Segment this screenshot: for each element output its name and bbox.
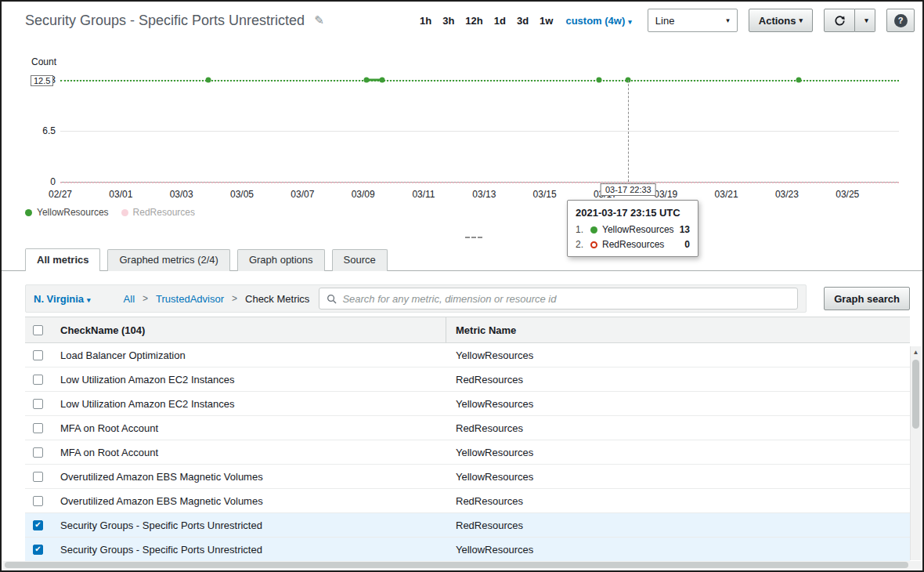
time-range-1w[interactable]: 1w xyxy=(540,15,553,27)
x-axis-tick: 03/23 xyxy=(775,189,799,200)
toolbar-bar: N. Virginia▾ All>TrustedAdvisor>Check Me… xyxy=(25,284,807,313)
table-row[interactable]: Low Utilization Amazon EC2 InstancesYell… xyxy=(25,392,910,416)
help-button[interactable]: ? xyxy=(886,9,915,32)
crosshair-line xyxy=(628,80,629,182)
cloudwatch-metrics-window: Security Groups - Specific Ports Unrestr… xyxy=(0,0,924,572)
actions-button[interactable]: Actions▾ xyxy=(749,9,813,32)
y-axis-title: Count xyxy=(31,56,56,67)
y-axis-tick: 6.5 xyxy=(24,125,56,136)
table-row[interactable]: ✔Security Groups - Specific Ports Unrest… xyxy=(25,513,910,538)
panel-resize-handle[interactable] xyxy=(465,237,482,238)
x-axis-tick: 03/11 xyxy=(412,189,435,200)
vertical-scrollbar-thumb[interactable] xyxy=(912,360,919,429)
column-header-metric-name: Metric Name xyxy=(446,317,910,342)
legend-item-yellowresources[interactable]: YellowResources xyxy=(25,207,109,218)
tab-source[interactable]: Source xyxy=(332,249,388,271)
tooltip-rank: 1. xyxy=(576,224,586,235)
row-checkbox[interactable] xyxy=(33,447,43,458)
cell-metric-name: RedResources xyxy=(446,422,910,434)
table-body: Load Balancer OptimizationYellowResource… xyxy=(25,343,910,562)
table-row[interactable]: Overutilized Amazon EBS Magnetic Volumes… xyxy=(25,465,910,489)
cell-metric-name: YellowResources xyxy=(446,398,910,410)
tooltip-timestamp: 2021-03-17 23:15 UTC xyxy=(576,207,690,219)
chart-type-select[interactable]: Line ▾ xyxy=(648,9,738,32)
breadcrumb-all[interactable]: All xyxy=(124,293,135,305)
time-range-3d[interactable]: 3d xyxy=(517,15,529,27)
custom-range-link[interactable]: custom (4w)▾ xyxy=(565,15,631,27)
table-row[interactable]: ✔Security Groups - Specific Ports Unrest… xyxy=(25,538,910,562)
table-row[interactable]: Load Balancer OptimizationYellowResource… xyxy=(25,343,910,367)
chevron-down-icon: ▾ xyxy=(864,16,868,24)
legend-item-redresources[interactable]: RedResources xyxy=(121,207,195,218)
cell-metric-name: YellowResources xyxy=(446,471,910,483)
data-point-marker[interactable] xyxy=(379,78,384,83)
data-point-marker[interactable] xyxy=(796,78,802,83)
refresh-options-button[interactable]: ▾ xyxy=(855,9,875,32)
metrics-panel: N. Virginia▾ All>TrustedAdvisor>Check Me… xyxy=(2,270,922,561)
tooltip-rank: 2. xyxy=(576,239,586,250)
time-range-1d[interactable]: 1d xyxy=(494,15,506,27)
x-axis-tick: 03/07 xyxy=(291,189,314,200)
region-label: N. Virginia xyxy=(34,293,84,305)
row-checkbox[interactable] xyxy=(33,350,43,360)
refresh-button[interactable] xyxy=(824,9,855,32)
legend-label: YellowResources xyxy=(37,207,109,218)
row-check-cell xyxy=(25,472,60,482)
data-point-marker[interactable] xyxy=(363,78,369,83)
chart-plot[interactable]: 136.5002/2703/0103/0303/0503/0703/0903/1… xyxy=(60,80,899,182)
tab-graph-options[interactable]: Graph options xyxy=(237,249,325,271)
scroll-up-arrow-icon[interactable]: ▲ xyxy=(911,346,921,358)
vertical-scrollbar[interactable]: ▲ xyxy=(910,346,921,560)
metric-search-input[interactable] xyxy=(342,293,790,305)
cell-metric-name: RedResources xyxy=(446,520,910,531)
table-row[interactable]: Overutilized Amazon EBS Magnetic Volumes… xyxy=(25,489,910,513)
cell-check-name: Overutilized Amazon EBS Magnetic Volumes xyxy=(60,471,446,483)
row-checkbox[interactable]: ✔ xyxy=(33,520,43,530)
time-range-12h[interactable]: 12h xyxy=(465,15,482,27)
breadcrumb-trustedadvisor[interactable]: TrustedAdvisor xyxy=(156,293,224,305)
table-row[interactable]: Low Utilization Amazon EC2 InstancesRedR… xyxy=(25,367,910,392)
row-checkbox[interactable] xyxy=(33,496,43,506)
crosshair-y-label: 12.5 xyxy=(31,75,53,86)
tooltip-series-value: 0 xyxy=(684,239,690,250)
row-checkbox[interactable] xyxy=(33,375,43,385)
row-checkbox[interactable]: ✔ xyxy=(33,545,43,555)
time-range-1h[interactable]: 1h xyxy=(420,15,431,27)
row-check-cell xyxy=(25,423,60,433)
edit-title-icon[interactable]: ✎ xyxy=(314,13,324,27)
region-selector[interactable]: N. Virginia▾ xyxy=(34,293,91,305)
legend-label: RedResources xyxy=(133,207,195,218)
data-point-marker[interactable] xyxy=(597,78,602,83)
chevron-down-icon: ▾ xyxy=(726,16,730,24)
select-all-checkbox[interactable] xyxy=(33,325,43,335)
refresh-icon xyxy=(834,15,846,27)
row-check-cell xyxy=(25,375,60,385)
cell-check-name: Load Balancer Optimization xyxy=(60,349,446,361)
time-range-3h[interactable]: 3h xyxy=(442,15,454,27)
chart-section: Count 136.5002/2703/0103/0303/0503/0703/… xyxy=(2,39,922,249)
cell-metric-name: YellowResources xyxy=(446,447,910,458)
horizontal-scrollbar-thumb[interactable] xyxy=(5,562,908,568)
legend-dot-icon xyxy=(25,209,32,216)
row-check-cell xyxy=(25,496,60,506)
series-line-yellowresources xyxy=(60,80,899,81)
table-row[interactable]: MFA on Root AccountRedResources xyxy=(25,416,910,440)
row-checkbox[interactable] xyxy=(33,472,43,482)
time-range-group: 1h3h12h1d3d1w xyxy=(420,15,553,27)
x-axis-tick: 03/19 xyxy=(654,189,677,200)
refresh-split-button: ▾ xyxy=(824,9,875,32)
horizontal-scrollbar[interactable] xyxy=(3,561,921,569)
breadcrumb-check-metrics: Check Metrics xyxy=(245,293,309,305)
row-check-cell xyxy=(25,399,60,409)
data-point-marker[interactable] xyxy=(206,78,211,83)
tab-graphed-metrics-2-4-[interactable]: Graphed metrics (2/4) xyxy=(107,249,229,271)
row-checkbox[interactable] xyxy=(33,423,43,433)
cell-metric-name: RedResources xyxy=(446,495,910,507)
graph-search-button[interactable]: Graph search xyxy=(824,287,910,310)
topbar: Security Groups - Specific Ports Unrestr… xyxy=(2,2,922,39)
table-row[interactable]: MFA on Root AccountYellowResources xyxy=(25,440,910,465)
tab-all-metrics[interactable]: All metrics xyxy=(25,248,100,271)
gridline xyxy=(60,131,899,132)
row-checkbox[interactable] xyxy=(33,399,43,409)
chart-tooltip: 2021-03-17 23:15 UTC 1.YellowResources13… xyxy=(567,200,698,257)
